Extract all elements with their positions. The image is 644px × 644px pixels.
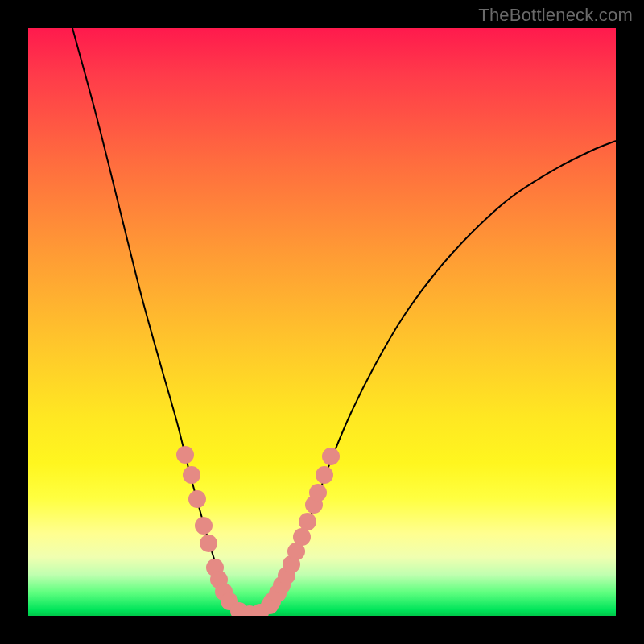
marker-dot bbox=[195, 517, 213, 535]
marker-dot bbox=[183, 466, 200, 484]
marker-dot bbox=[316, 466, 333, 484]
watermark-text: TheBottleneck.com bbox=[478, 5, 633, 26]
marker-dot bbox=[188, 490, 206, 508]
marker-group bbox=[176, 446, 340, 616]
chart-svg bbox=[28, 28, 616, 616]
marker-dot bbox=[299, 513, 316, 530]
marker-dot bbox=[309, 484, 327, 502]
marker-dot bbox=[200, 535, 217, 552]
bottleneck-curve bbox=[72, 28, 616, 614]
marker-dot bbox=[176, 446, 194, 464]
chart-frame: TheBottleneck.com bbox=[0, 0, 644, 644]
marker-dot bbox=[322, 448, 340, 465]
marker-dot bbox=[293, 528, 311, 546]
plot-area bbox=[28, 28, 616, 616]
